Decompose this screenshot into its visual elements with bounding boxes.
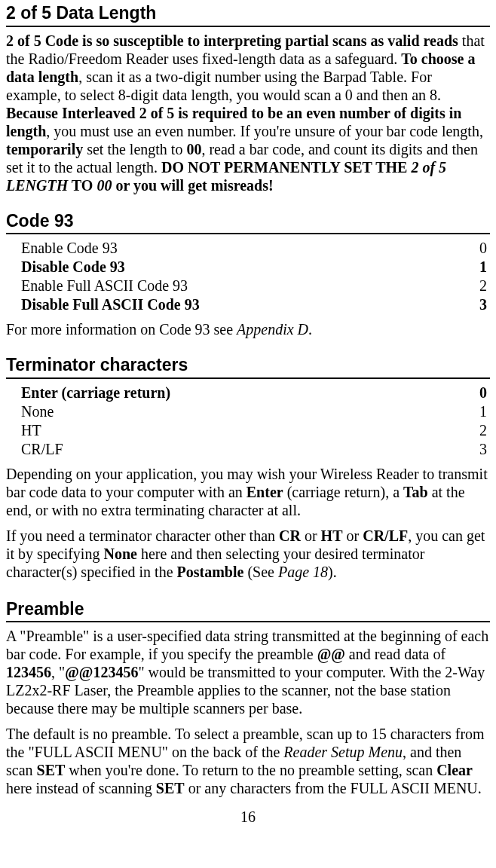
option-row: Disable Full ASCII Code 933 [21, 295, 487, 314]
options-terminator: Enter (carriage return)0None1HT2CR/LF3 [6, 384, 490, 459]
option-label: Disable Full ASCII Code 93 [21, 295, 200, 314]
paragraph-preamble-2: The default is no preamble. To select a … [6, 725, 490, 797]
option-value: 0 [479, 239, 487, 258]
option-label: Disable Code 93 [21, 258, 125, 277]
option-label: Enable Full ASCII Code 93 [21, 277, 188, 295]
rule [6, 621, 490, 622]
option-value: 3 [479, 295, 487, 314]
option-label: CR/LF [21, 440, 63, 459]
option-value: 3 [479, 440, 487, 459]
page-number: 16 [6, 808, 490, 826]
option-row: None1 [21, 402, 487, 421]
paragraph-terminator-1: Depending on your application, you may w… [6, 465, 490, 519]
option-row: Enable Code 930 [21, 239, 487, 258]
option-label: Enter (carriage return) [21, 384, 170, 402]
option-row: Enter (carriage return)0 [21, 384, 487, 402]
heading-preamble: Preamble [6, 599, 490, 620]
rule [6, 26, 490, 27]
option-value: 2 [479, 277, 487, 295]
rule [6, 233, 490, 234]
heading-terminator: Terminator characters [6, 355, 490, 376]
heading-data-length: 2 of 5 Data Length [6, 3, 490, 24]
option-row: HT2 [21, 421, 487, 440]
options-code-93: Enable Code 930Disable Code 931Enable Fu… [6, 239, 490, 314]
option-label: None [21, 402, 54, 421]
option-label: Enable Code 93 [21, 239, 118, 258]
option-row: Disable Code 931 [21, 258, 487, 277]
option-value: 2 [479, 421, 487, 440]
option-row: Enable Full ASCII Code 932 [21, 277, 487, 295]
paragraph-code-93-more-info: For more information on Code 93 see Appe… [6, 320, 490, 338]
paragraph-preamble-1: A "Preamble" is a user-specified data st… [6, 627, 490, 717]
rule [6, 377, 490, 379]
option-value: 1 [479, 258, 487, 277]
paragraph-data-length: 2 of 5 Code is so susceptible to interpr… [6, 32, 490, 194]
option-value: 0 [479, 384, 487, 402]
option-label: HT [21, 421, 41, 440]
heading-code-93: Code 93 [6, 211, 490, 232]
option-row: CR/LF3 [21, 440, 487, 459]
option-value: 1 [479, 402, 487, 421]
paragraph-terminator-2: If you need a terminator character other… [6, 527, 490, 581]
